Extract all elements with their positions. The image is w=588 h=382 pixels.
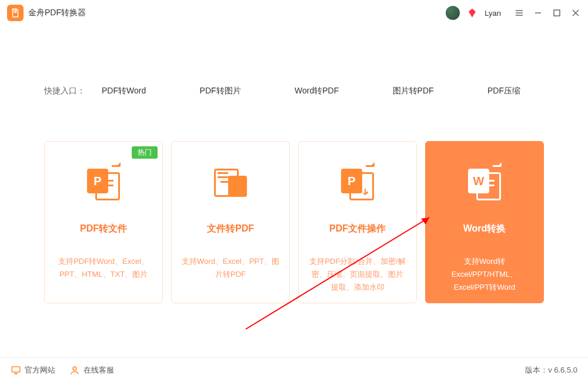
quick-image-to-pdf[interactable]: 图片转PDF xyxy=(393,83,434,99)
card-desc: 支持Word转Excel/PPT/HTML、Excel/PPT转Word xyxy=(426,255,543,294)
quick-entry-label: 快捷入口： xyxy=(44,86,85,96)
app-title: 金舟PDF转换器 xyxy=(28,8,86,18)
quick-pdf-compress[interactable]: PDF压缩 xyxy=(487,83,520,99)
card-pdf-operations[interactable]: P PDF文件操作 支持PDF分割/合并、加密/解密、压缩、页面提取、图片提取、… xyxy=(298,141,417,303)
monitor-icon xyxy=(11,365,21,376)
quick-word-to-pdf[interactable]: Word转PDF xyxy=(295,83,339,99)
quick-pdf-to-word[interactable]: PDF转Word xyxy=(102,83,146,99)
quick-pdf-to-image[interactable]: PDF转图片 xyxy=(200,83,241,99)
file-to-pdf-icon xyxy=(212,167,249,205)
official-site-link[interactable]: 官方网站 xyxy=(11,365,55,376)
pdf-ops-icon: P xyxy=(339,167,376,205)
svg-rect-10 xyxy=(12,367,20,372)
card-desc: 支持PDF转Word、Excel、PPT、HTML、TXT、图片 xyxy=(45,255,162,281)
card-title: PDF文件操作 xyxy=(329,223,386,235)
menu-button[interactable] xyxy=(514,8,524,18)
user-avatar[interactable] xyxy=(446,6,460,20)
word-convert-icon: W xyxy=(466,167,503,205)
version-text: 版本：v 6.6.5.0 xyxy=(525,365,577,376)
card-pdf-to-file[interactable]: 热门 P PDF转文件 支持PDF转Word、Excel、PPT、HTML、TX… xyxy=(44,141,163,303)
card-word-convert[interactable]: W Word转换 支持Word转Excel/PPT/HTML、Excel/PPT… xyxy=(425,141,544,303)
svg-rect-5 xyxy=(554,10,560,16)
online-service-link[interactable]: 在线客服 xyxy=(69,365,114,376)
app-logo: P xyxy=(7,5,24,21)
card-title: 文件转PDF xyxy=(207,223,254,235)
svg-point-13 xyxy=(73,367,76,370)
card-title: PDF转文件 xyxy=(80,223,127,235)
close-button[interactable] xyxy=(570,8,581,18)
card-file-to-pdf[interactable]: 文件转PDF 支持Word、Excel、PPT、图片转PDF xyxy=(171,141,290,303)
card-desc: 支持PDF分割/合并、加密/解密、压缩、页面提取、图片提取、添加水印 xyxy=(299,255,416,294)
hot-badge: 热门 xyxy=(132,146,158,159)
card-title: Word转换 xyxy=(463,223,506,235)
pdf-to-file-icon: P xyxy=(85,167,122,205)
maximize-button[interactable] xyxy=(552,8,562,18)
official-site-label: 官方网站 xyxy=(25,365,55,376)
card-desc: 支持Word、Excel、PPT、图片转PDF xyxy=(172,255,289,281)
minimize-button[interactable] xyxy=(533,8,543,18)
svg-text:P: P xyxy=(14,9,16,12)
username[interactable]: Lyan xyxy=(485,9,501,18)
vip-diamond-icon[interactable] xyxy=(467,8,477,18)
headset-icon xyxy=(69,365,80,376)
online-service-label: 在线客服 xyxy=(83,365,114,376)
